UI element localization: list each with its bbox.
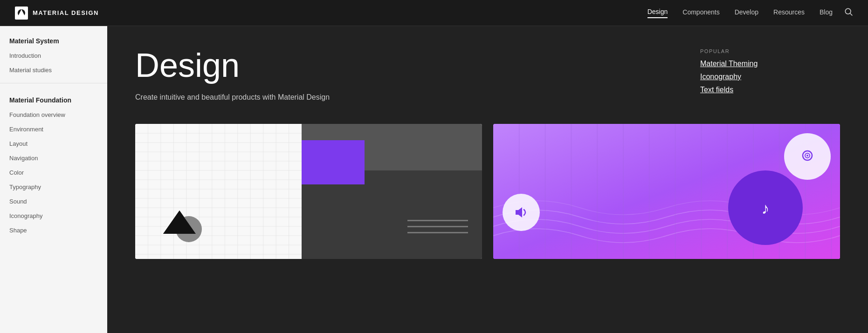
headphone-circle bbox=[784, 133, 831, 180]
hero-section: Design Create intuitive and beautiful pr… bbox=[135, 48, 840, 102]
search-icon[interactable] bbox=[844, 7, 853, 19]
hero-text: Design Create intuitive and beautiful pr… bbox=[135, 48, 672, 102]
card-grid-panel bbox=[135, 124, 302, 259]
main-layout: Material System Introduction Material st… bbox=[0, 26, 868, 333]
nav-resources[interactable]: Resources bbox=[773, 8, 805, 18]
music-note-icon: ♪ bbox=[749, 191, 782, 224]
sidebar-item-color[interactable]: Color bbox=[0, 165, 107, 180]
top-navigation: MATERIAL DESIGN Design Components Develo… bbox=[0, 0, 868, 26]
nav-links: Design Components Develop Resources Blog bbox=[648, 8, 833, 18]
nav-design[interactable]: Design bbox=[648, 8, 668, 18]
hero-subtitle: Create intuitive and beautiful products … bbox=[135, 93, 672, 102]
volume-icon bbox=[513, 204, 530, 221]
sidebar-item-typography[interactable]: Typography bbox=[0, 180, 107, 194]
svg-marker-53 bbox=[516, 207, 522, 217]
card-dark-panel bbox=[302, 124, 482, 259]
popular-link-theming[interactable]: Material Theming bbox=[700, 60, 840, 68]
sidebar-item-layout[interactable]: Layout bbox=[0, 136, 107, 151]
svg-text:♪: ♪ bbox=[762, 199, 770, 217]
music-note-circle: ♪ bbox=[728, 170, 803, 245]
svg-line-3 bbox=[850, 14, 853, 16]
sidebar-item-iconography[interactable]: Iconography bbox=[0, 209, 107, 223]
logo[interactable]: MATERIAL DESIGN bbox=[15, 7, 99, 20]
popular-link-text-fields[interactable]: Text fields bbox=[700, 86, 840, 94]
sidebar-section-material-foundation: Material Foundation bbox=[0, 89, 107, 108]
design-card[interactable] bbox=[135, 124, 482, 259]
line-2 bbox=[407, 226, 468, 227]
sidebar-divider-1 bbox=[0, 83, 107, 83]
sidebar-item-shape[interactable]: Shape bbox=[0, 223, 107, 238]
nav-develop[interactable]: Develop bbox=[735, 8, 758, 18]
music-card[interactable]: ♪ bbox=[493, 124, 840, 259]
svg-point-50 bbox=[806, 155, 808, 156]
material-logo-icon bbox=[15, 7, 28, 20]
content-area: Design Create intuitive and beautiful pr… bbox=[107, 26, 868, 333]
line-1 bbox=[407, 220, 468, 221]
sidebar: Material System Introduction Material st… bbox=[0, 26, 107, 333]
sidebar-item-introduction[interactable]: Introduction bbox=[0, 48, 107, 63]
cards-row: ♪ bbox=[135, 124, 840, 259]
logo-text: MATERIAL DESIGN bbox=[33, 9, 99, 16]
nav-blog[interactable]: Blog bbox=[820, 8, 833, 18]
popular-section: POPULAR Material Theming Iconography Tex… bbox=[700, 48, 840, 99]
sidebar-item-environment[interactable]: Environment bbox=[0, 122, 107, 136]
purple-block bbox=[302, 140, 365, 184]
line-3 bbox=[407, 232, 468, 233]
svg-point-2 bbox=[845, 8, 851, 14]
page-title: Design bbox=[135, 48, 672, 82]
sidebar-item-navigation[interactable]: Navigation bbox=[0, 151, 107, 165]
sidebar-section-material-system: Material System bbox=[0, 30, 107, 48]
design-shapes bbox=[154, 201, 205, 245]
nav-components[interactable]: Components bbox=[682, 8, 719, 18]
popular-link-iconography[interactable]: Iconography bbox=[700, 73, 840, 81]
volume-circle bbox=[503, 194, 540, 231]
sidebar-item-foundation-overview[interactable]: Foundation overview bbox=[0, 108, 107, 122]
popular-label: POPULAR bbox=[700, 48, 840, 54]
sidebar-item-sound[interactable]: Sound bbox=[0, 194, 107, 209]
card-text-lines bbox=[407, 220, 468, 233]
headphone-icon bbox=[798, 147, 817, 166]
sidebar-item-material-studies[interactable]: Material studies bbox=[0, 63, 107, 77]
